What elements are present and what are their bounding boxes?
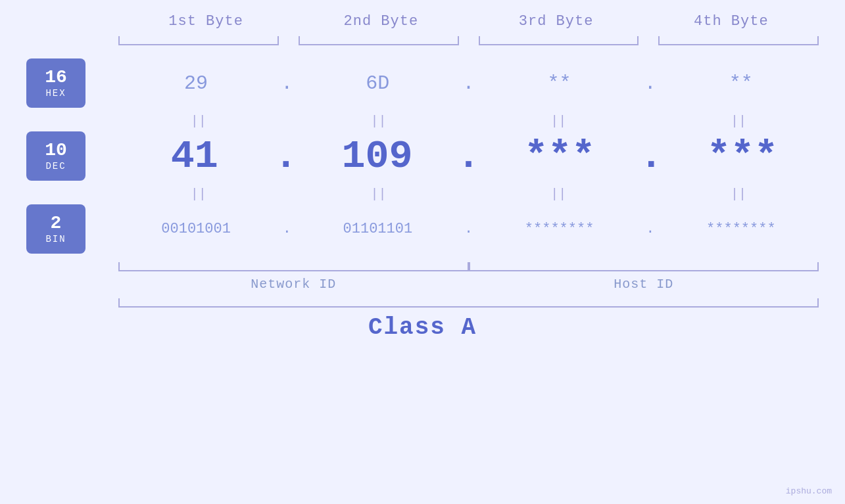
sep2-b4: ||	[658, 187, 819, 202]
hex-dot1: .	[277, 72, 297, 95]
hex-dot2: .	[459, 72, 479, 95]
hex-data-row: 16 HEX 29 . 6D . ** . **	[26, 58, 819, 108]
hex-b2: 6D	[300, 72, 455, 95]
byte4-header: 4th Byte	[644, 13, 819, 30]
dec-data-row: 10 DEC 41 . 109 . *** . ***	[26, 131, 819, 181]
bracket2	[299, 36, 459, 45]
main-container: 1st Byte 2nd Byte 3rd Byte 4th Byte 16 H…	[0, 0, 845, 504]
bin-b2: 01101101	[300, 221, 455, 237]
bin-type: BIN	[45, 234, 66, 244]
bin-dot3: .	[640, 221, 660, 237]
hex-label-box: 16 HEX	[26, 58, 85, 108]
dec-label-box: 10 DEC	[26, 131, 85, 181]
hex-num: 16	[45, 68, 67, 88]
bin-b4: ********	[664, 221, 819, 237]
dec-dot3: .	[639, 134, 663, 179]
sep-row-2: || || || ||	[26, 187, 819, 202]
bracket1	[118, 36, 279, 45]
hex-b3: **	[482, 72, 637, 95]
top-bracket-row	[26, 36, 819, 45]
network-id-bracket: Network ID	[118, 262, 469, 292]
hex-dot3: .	[640, 72, 660, 95]
dec-b1: 41	[118, 134, 271, 179]
bin-dot1: .	[277, 221, 297, 237]
sep-row-1: || || || ||	[26, 114, 819, 129]
hex-type: HEX	[45, 88, 66, 99]
dec-num: 10	[45, 141, 67, 161]
bracket3	[479, 36, 639, 45]
sep1-b2: ||	[299, 114, 459, 129]
sep1-b4: ||	[658, 114, 819, 129]
dec-dot1: .	[274, 134, 298, 179]
dec-dot2: .	[456, 134, 480, 179]
network-id-label: Network ID	[251, 277, 336, 292]
host-id-label: Host ID	[614, 277, 673, 292]
hex-b1: 29	[118, 72, 274, 95]
outer-bracket-row	[26, 298, 819, 308]
dec-b2: 109	[301, 134, 454, 179]
dec-b4: ***	[666, 134, 819, 179]
class-label: Class A	[368, 314, 477, 341]
class-label-row: Class A	[26, 314, 819, 341]
bin-dot2: .	[459, 221, 479, 237]
id-brackets: Network ID Host ID	[118, 262, 819, 292]
watermark: ipshu.com	[786, 486, 832, 496]
dec-b3: ***	[484, 134, 637, 179]
byte-headers: 1st Byte 2nd Byte 3rd Byte 4th Byte	[26, 13, 819, 30]
bin-b1: 00101001	[118, 221, 274, 237]
bin-num: 2	[51, 214, 62, 234]
hex-b4: **	[664, 72, 819, 95]
byte1-header: 1st Byte	[118, 13, 293, 30]
dec-bytes: 41 . 109 . *** . ***	[118, 134, 819, 179]
byte3-header: 3rd Byte	[469, 13, 644, 30]
sep2-b2: ||	[299, 187, 459, 202]
bin-label-box: 2 BIN	[26, 204, 85, 254]
bottom-section: Network ID Host ID	[26, 262, 819, 292]
sep2-b3: ||	[479, 187, 639, 202]
bin-b3: ********	[482, 221, 637, 237]
sep1-b3: ||	[479, 114, 639, 129]
dec-type: DEC	[45, 161, 66, 172]
byte2-header: 2nd Byte	[293, 13, 468, 30]
sep2-b1: ||	[118, 187, 279, 202]
bin-data-row: 2 BIN 00101001 . 01101101 . ******** . *…	[26, 204, 819, 254]
bracket4	[658, 36, 819, 45]
host-id-bracket: Host ID	[469, 262, 819, 292]
hex-bytes: 29 . 6D . ** . **	[118, 72, 819, 95]
bin-bytes: 00101001 . 01101101 . ******** . *******…	[118, 221, 819, 237]
sep1-b1: ||	[118, 114, 279, 129]
